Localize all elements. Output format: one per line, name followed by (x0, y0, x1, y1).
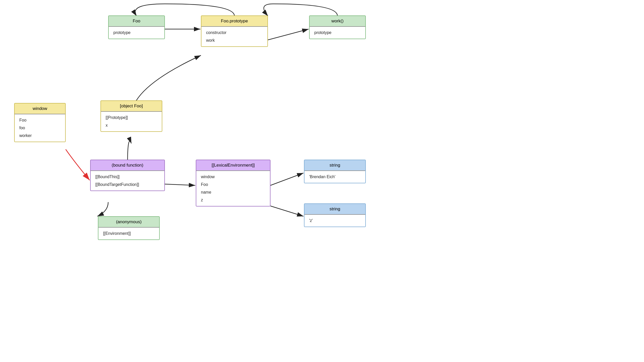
box-row: [[BoundThis]] (95, 173, 160, 181)
box-foo_prototype: Foo.prototypeconstructorwork (201, 15, 268, 47)
box-row: prototype (314, 29, 361, 37)
box-row: window (201, 173, 265, 181)
box-row: constructor (206, 29, 263, 37)
box-header-window: window (15, 104, 65, 114)
box-foo_constructor: Fooprototype (108, 15, 165, 39)
box-header-bound_fn: (bound function) (91, 160, 164, 171)
box-bound_fn: (bound function)[[BoundThis]][[BoundTarg… (90, 160, 165, 191)
box-anonymous_fn: (anonymous)[[Environment]] (98, 216, 160, 240)
box-row: name (201, 188, 265, 196)
box-header-lexical_env: [[LexicalEnvironment]] (196, 160, 270, 171)
box-row: [[BoundTargetFunction]] (95, 181, 160, 188)
box-row: Foo (19, 116, 61, 124)
box-row: Foo (201, 181, 265, 188)
box-row: [[Prototype]] (106, 114, 157, 122)
box-work_fn: work()prototype (309, 15, 366, 39)
box-row: x (106, 122, 157, 129)
box-row: foo (19, 124, 61, 132)
box-row: prototype (113, 29, 160, 37)
box-header-string_z: string (304, 204, 365, 215)
box-object_foo: [object Foo][[Prototype]]x (100, 100, 162, 132)
box-header-work_fn: work() (310, 16, 365, 27)
box-string_z: string'z' (304, 203, 366, 227)
box-row: z (201, 196, 265, 204)
box-row: work (206, 37, 263, 44)
box-window: windowFoofooworker (14, 103, 66, 142)
box-header-anonymous_fn: (anonymous) (98, 217, 159, 228)
box-row: [[Environment]] (103, 230, 155, 237)
box-header-string_brendan: string (304, 160, 365, 171)
box-header-foo_constructor: Foo (109, 16, 164, 27)
box-header-foo_prototype: Foo.prototype (201, 16, 267, 27)
box-row: worker (19, 132, 61, 140)
box-row: 'Brendan Eich' (309, 173, 361, 181)
box-string_brendan: string'Brendan Eich' (304, 160, 366, 183)
box-row: 'z' (309, 217, 361, 225)
box-header-object_foo: [object Foo] (101, 101, 162, 112)
box-lexical_env: [[LexicalEnvironment]]windowFoonamez (196, 160, 270, 206)
